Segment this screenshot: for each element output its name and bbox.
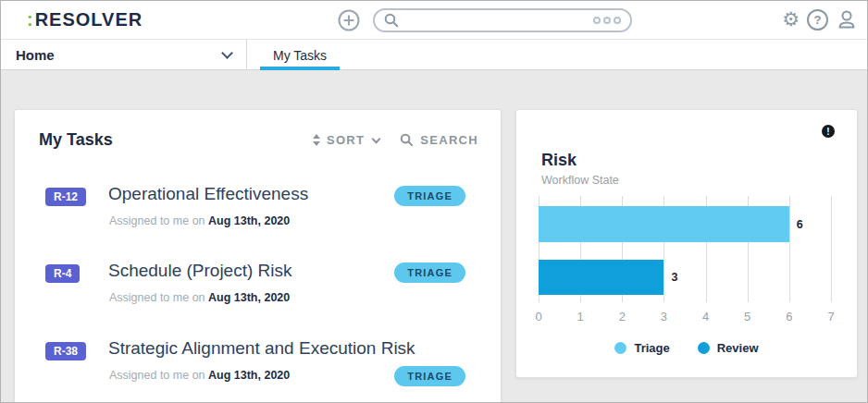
task-assigned-text: Assigned to me on Aug 13th, 2020 <box>109 291 290 304</box>
status-badge: TRIAGE <box>394 263 465 283</box>
user-account-icon[interactable] <box>836 8 858 31</box>
x-tick-label: 7 <box>827 310 834 324</box>
task-row[interactable]: R-12 Operational Effectiveness Assigned … <box>39 184 482 249</box>
home-dropdown[interactable]: Home <box>1 40 247 70</box>
home-dropdown-label: Home <box>16 47 55 63</box>
task-id-badge: R-12 <box>45 188 86 206</box>
task-assigned-date: Aug 13th, 2020 <box>208 214 290 227</box>
my-tasks-title: My Tasks <box>39 130 113 150</box>
info-icon[interactable]: ! <box>822 125 835 138</box>
sort-button[interactable]: SORT <box>313 133 379 147</box>
search-icon <box>384 13 399 28</box>
sort-icon <box>313 134 320 146</box>
status-badge: TRIAGE <box>394 366 465 386</box>
legend-dot-icon <box>698 342 710 354</box>
add-button[interactable] <box>338 9 360 31</box>
chart-legend: Triage Review <box>516 341 857 355</box>
chart-subtitle: Workflow State <box>541 174 619 187</box>
task-title: Schedule (Project) Risk <box>108 261 292 281</box>
x-tick-label: 3 <box>661 310 667 324</box>
task-assigned-text: Assigned to me on Aug 13th, 2020 <box>109 214 290 227</box>
settings-gear-icon[interactable]: ⚙ <box>782 8 800 31</box>
global-search <box>373 8 632 32</box>
task-assigned-text: Assigned to me on Aug 13th, 2020 <box>109 369 290 382</box>
x-tick-label: 1 <box>577 310 584 324</box>
chevron-down-icon <box>221 47 233 59</box>
task-title: Operational Effectiveness <box>108 184 308 204</box>
x-tick-label: 4 <box>702 310 709 324</box>
active-tab-indicator <box>260 67 340 70</box>
x-tick-label: 2 <box>619 310 626 324</box>
gridline <box>831 196 832 302</box>
search-icon <box>400 133 414 147</box>
legend-dot-icon <box>614 342 626 354</box>
logo-text: RESOLVER <box>35 9 143 30</box>
bar-triage[interactable] <box>539 206 789 242</box>
task-assigned-date: Aug 13th, 2020 <box>208 291 290 304</box>
search-tasks-button[interactable]: SEARCH <box>400 133 478 147</box>
chevron-down-icon <box>372 134 381 143</box>
search-input[interactable] <box>406 14 593 28</box>
task-row[interactable]: R-4 Schedule (Project) Risk Assigned to … <box>39 261 482 325</box>
task-row[interactable]: R-38 Strategic Alignment and Execution R… <box>39 338 482 403</box>
chart-x-ticks: 01234567 <box>539 310 831 324</box>
chart-title: Risk <box>541 151 577 170</box>
more-options-icon[interactable] <box>593 17 621 24</box>
chart-plot: 6 3 <box>539 196 831 302</box>
risk-chart-panel: ! Risk Workflow State 6 3 01234567 Triag… <box>515 109 858 378</box>
x-tick-label: 5 <box>744 310 750 324</box>
sort-label: SORT <box>327 133 365 147</box>
tab-my-tasks[interactable]: My Tasks <box>247 40 353 70</box>
top-bar: :RESOLVER ⚙ ? <box>1 1 867 40</box>
tasks-toolbar: SORT SEARCH <box>313 133 478 147</box>
task-id-badge: R-38 <box>45 342 86 360</box>
plus-circle-icon <box>338 9 360 31</box>
task-title: Strategic Alignment and Execution Risk <box>108 338 415 359</box>
status-badge: TRIAGE <box>394 186 465 206</box>
help-icon[interactable]: ? <box>807 9 828 31</box>
nav-bar: Home My Tasks <box>1 40 867 70</box>
task-assigned-date: Aug 13th, 2020 <box>208 369 290 382</box>
legend-item-review[interactable]: Review <box>698 341 759 355</box>
search-label: SEARCH <box>420 133 478 147</box>
resolver-logo: :RESOLVER <box>27 9 143 31</box>
bar-value-label: 6 <box>797 218 803 231</box>
app-window: :RESOLVER ⚙ ? Home My Tasks <box>0 0 868 403</box>
legend-item-triage[interactable]: Triage <box>614 341 669 355</box>
bar-review[interactable] <box>539 260 663 295</box>
logo-colon: : <box>27 9 34 30</box>
tab-my-tasks-label: My Tasks <box>273 48 327 63</box>
my-tasks-panel: My Tasks SORT SEARCH R-12 Operational Ef… <box>14 109 502 403</box>
bar-value-label: 3 <box>671 271 677 284</box>
x-tick-label: 0 <box>535 310 541 324</box>
x-tick-label: 6 <box>786 310 792 324</box>
task-id-badge: R-4 <box>45 264 80 283</box>
